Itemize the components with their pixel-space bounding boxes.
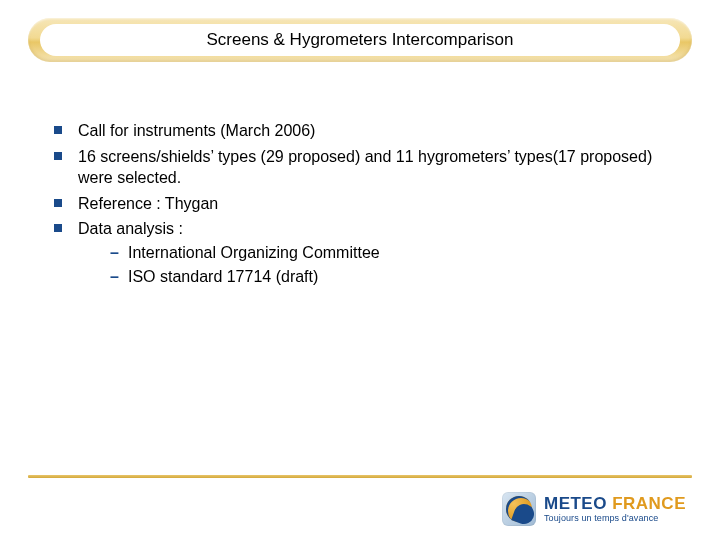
meteo-france-logo-icon (502, 492, 536, 526)
sub-item: International Organizing Committee (106, 242, 670, 264)
content-area: Call for instruments (March 2006) 16 scr… (50, 120, 670, 291)
sub-list: International Organizing Committee ISO s… (78, 242, 670, 287)
bullet-text: Reference : Thygan (78, 195, 218, 212)
logo-suffix: FRANCE (612, 494, 686, 513)
bullet-text: Call for instruments (March 2006) (78, 122, 315, 139)
bullet-text: Data analysis : (78, 220, 183, 237)
sub-text: International Organizing Committee (128, 244, 380, 261)
sub-item: ISO standard 17714 (draft) (106, 266, 670, 288)
logo-prefix: METEO (544, 494, 607, 513)
bullet-list: Call for instruments (March 2006) 16 scr… (50, 120, 670, 287)
logo-text-block: METEO FRANCE Toujours un temps d'avance (544, 495, 686, 523)
logo-tagline: Toujours un temps d'avance (544, 514, 686, 523)
title-band: Screens & Hygrometers Intercomparison (28, 18, 692, 62)
bullet-item: 16 screens/shields’ types (29 proposed) … (50, 146, 670, 189)
bullet-item: Data analysis : International Organizing… (50, 218, 670, 287)
page-title: Screens & Hygrometers Intercomparison (206, 30, 513, 50)
bullet-item: Call for instruments (March 2006) (50, 120, 670, 142)
bullet-text: 16 screens/shields’ types (29 proposed) … (78, 148, 652, 187)
footer-divider (28, 475, 692, 478)
logo-wordmark: METEO FRANCE (544, 495, 686, 512)
footer-logo: METEO FRANCE Toujours un temps d'avance (502, 492, 686, 526)
bullet-item: Reference : Thygan (50, 193, 670, 215)
sub-text: ISO standard 17714 (draft) (128, 268, 318, 285)
